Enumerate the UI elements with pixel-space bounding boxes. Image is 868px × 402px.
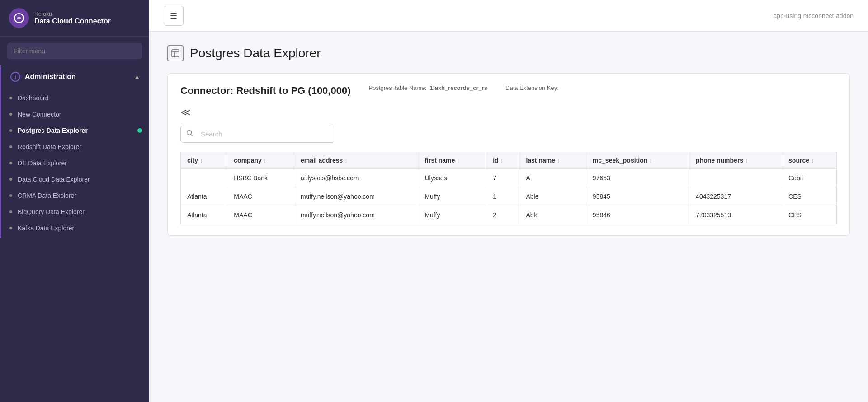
- cell-mc_seek_position: 95846: [586, 206, 689, 224]
- sidebar-item-bigquery-data-explorer[interactable]: BigQuery Data Explorer: [1, 204, 149, 220]
- expand-chevron-icon[interactable]: ≪: [180, 107, 837, 118]
- search-row: [180, 126, 334, 143]
- sort-icon: ↕: [264, 158, 266, 164]
- cell-first_name: Ulysses: [418, 168, 486, 187]
- cell-company: MAAC: [227, 206, 294, 224]
- search-button[interactable]: [181, 126, 199, 142]
- topbar-app-name: app-using-mcconnect-addon: [774, 12, 854, 19]
- app-name-label: Data Cloud Connector: [34, 17, 111, 25]
- cell-company: MAAC: [227, 187, 294, 206]
- nav-dot-icon: [9, 178, 12, 181]
- nav-dot-icon: [9, 227, 12, 229]
- sort-icon: ↕: [557, 158, 560, 164]
- postgres-table-label: Postgres Table Name: 1lakh_records_cr_rs: [369, 84, 488, 91]
- nav-dot-icon: [9, 162, 12, 164]
- sidebar-header: Heroku Data Cloud Connector: [0, 0, 149, 37]
- col-header-city[interactable]: city↕: [181, 152, 227, 168]
- sidebar-item-dashboard[interactable]: Dashboard: [1, 90, 149, 106]
- sort-icon: ↕: [344, 158, 347, 164]
- cell-city: Atlanta: [181, 206, 227, 224]
- col-header-source[interactable]: source↕: [782, 152, 837, 168]
- postgres-table-value: 1lakh_records_cr_rs: [430, 84, 487, 91]
- cell-mc_seek_position: 97653: [586, 168, 689, 187]
- cell-last_name: Able: [519, 187, 586, 206]
- svg-rect-1: [172, 50, 179, 57]
- sidebar-item-kafka-data-explorer[interactable]: Kafka Data Explorer: [1, 220, 149, 236]
- col-header-first_name[interactable]: first name↕: [418, 152, 486, 168]
- nav-item-label: BigQuery Data Explorer: [18, 208, 85, 215]
- page-title: Postgres Data Explorer: [190, 46, 321, 61]
- filter-menu-input[interactable]: [7, 43, 142, 59]
- nav-item-label: Dashboard: [18, 94, 49, 102]
- cell-email_address: aulysses@hsbc.com: [294, 168, 418, 187]
- cell-phone_numbers: [689, 168, 782, 187]
- cell-source: CES: [782, 187, 837, 206]
- data-table: city↕company↕email address↕first name↕id…: [180, 152, 837, 224]
- cell-id: 7: [486, 168, 519, 187]
- sort-icon: ↕: [500, 158, 503, 164]
- nav-item-label: Redshift Data Explorer: [18, 143, 81, 150]
- nav-dot-icon: [9, 210, 12, 213]
- main-content: ☰ app-using-mcconnect-addon Postgres Dat…: [149, 0, 868, 402]
- col-header-phone_numbers[interactable]: phone numbers↕: [689, 152, 782, 168]
- page-title-row: Postgres Data Explorer: [167, 45, 850, 61]
- sidebar: Heroku Data Cloud Connector i Administra…: [0, 0, 149, 402]
- cell-last_name: A: [519, 168, 586, 187]
- nav-item-label: Postgres Data Explorer: [18, 127, 88, 134]
- table-row: AtlantaMAACmuffy.neilson@yahoo.comMuffy1…: [181, 187, 837, 206]
- nav-dot-icon: [9, 97, 12, 99]
- topbar: ☰ app-using-mcconnect-addon: [149, 0, 868, 32]
- col-header-id[interactable]: id↕: [486, 152, 519, 168]
- sidebar-item-data-cloud-data-explorer[interactable]: Data Cloud Data Explorer: [1, 171, 149, 187]
- table-container: city↕company↕email address↕first name↕id…: [180, 152, 837, 224]
- data-extension-key-label: Data Extension Key:: [505, 84, 559, 91]
- sidebar-item-de-data-explorer[interactable]: DE Data Explorer: [1, 155, 149, 171]
- administration-section-header[interactable]: i Administration ▲: [1, 65, 149, 88]
- col-header-mc_seek_position[interactable]: mc_seek_position↕: [586, 152, 689, 168]
- hamburger-button[interactable]: ☰: [164, 6, 184, 26]
- cell-first_name: Muffy: [418, 187, 486, 206]
- sidebar-item-new-connector[interactable]: New Connector: [1, 106, 149, 122]
- sidebar-item-postgres-data-explorer[interactable]: Postgres Data Explorer: [1, 122, 149, 139]
- cell-first_name: Muffy: [418, 206, 486, 224]
- cell-phone_numbers: 7703325513: [689, 206, 782, 224]
- hamburger-icon: ☰: [170, 11, 177, 21]
- chevron-up-icon: ▲: [134, 73, 140, 80]
- sort-icon: ↕: [811, 158, 814, 164]
- nav-item-label: DE Data Explorer: [18, 159, 67, 167]
- col-header-last_name[interactable]: last name↕: [519, 152, 586, 168]
- connector-card: Connector: Redshift to PG (100,000) Post…: [167, 73, 850, 236]
- sidebar-item-crma-data-explorer[interactable]: CRMA Data Explorer: [1, 187, 149, 204]
- cell-company: HSBC Bank: [227, 168, 294, 187]
- sort-icon: ↕: [457, 158, 459, 164]
- cell-id: 1: [486, 187, 519, 206]
- cell-source: CES: [782, 206, 837, 224]
- nav-item-label: Kafka Data Explorer: [18, 224, 74, 232]
- sort-icon: ↕: [649, 158, 652, 164]
- connector-title-col: Connector: Redshift to PG (100,000): [180, 84, 351, 98]
- sidebar-item-redshift-data-explorer[interactable]: Redshift Data Explorer: [1, 139, 149, 155]
- svg-line-5: [191, 134, 193, 136]
- connector-meta: Connector: Redshift to PG (100,000) Post…: [180, 84, 837, 98]
- table-row: AtlantaMAACmuffy.neilson@yahoo.comMuffy2…: [181, 206, 837, 224]
- nav-item-label: New Connector: [18, 111, 61, 118]
- active-indicator: [137, 128, 142, 133]
- postgres-table-name-col: Postgres Table Name: 1lakh_records_cr_rs: [369, 84, 488, 91]
- nav-dot-icon: [9, 145, 12, 148]
- app-info: Heroku Data Cloud Connector: [34, 11, 111, 25]
- table-row: HSBC Bankaulysses@hsbc.comUlysses7A97653…: [181, 168, 837, 187]
- col-header-email_address[interactable]: email address↕: [294, 152, 418, 168]
- col-header-company[interactable]: company↕: [227, 152, 294, 168]
- data-extension-key-col: Data Extension Key:: [505, 84, 559, 91]
- cell-id: 2: [486, 206, 519, 224]
- cell-city: Atlanta: [181, 187, 227, 206]
- cell-city: [181, 168, 227, 187]
- nav-dot-icon: [9, 113, 12, 116]
- cell-email_address: muffy.neilson@yahoo.com: [294, 187, 418, 206]
- connector-title: Connector: Redshift to PG (100,000): [180, 84, 351, 98]
- cell-email_address: muffy.neilson@yahoo.com: [294, 206, 418, 224]
- search-input[interactable]: [199, 126, 334, 141]
- nav-section-administration: i Administration ▲ DashboardNew Connecto…: [0, 65, 149, 238]
- app-logo: [9, 8, 29, 28]
- nav-item-label: CRMA Data Explorer: [18, 192, 76, 199]
